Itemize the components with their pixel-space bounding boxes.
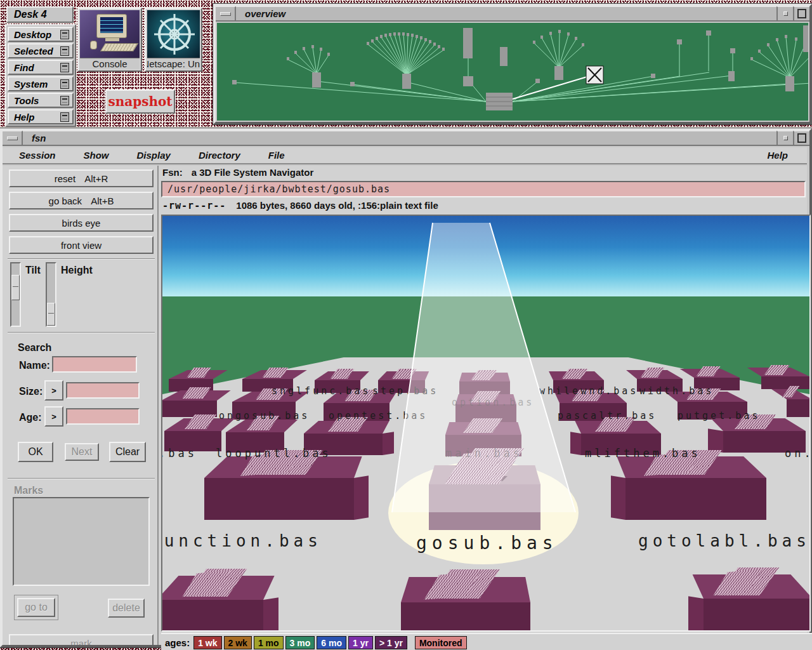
ok-button[interactable]: OK: [18, 442, 53, 462]
tilt-slider[interactable]: [10, 262, 21, 327]
file-label: .bas: [161, 447, 197, 460]
height-slider-thumb[interactable]: [47, 303, 55, 326]
maximize-button[interactable]: [793, 6, 809, 20]
main-area: Fsn:a 3D File System Navigator /usr/peop…: [159, 166, 807, 645]
toolchest-menu: DesktopSelectedFindSystemToolsHelp: [5, 24, 76, 127]
overview-graph[interactable]: [217, 23, 808, 121]
menu-display[interactable]: Display: [134, 150, 173, 161]
window-menu-button[interactable]: [3, 131, 23, 145]
minimize-button[interactable]: [776, 6, 793, 20]
mark-button[interactable]: mark: [9, 634, 154, 645]
3d-viewport[interactable]: snglfunc.basstep.baswhilewnd.baswidth.ba…: [161, 215, 811, 632]
go-back-button[interactable]: go backAlt+B: [9, 192, 154, 209]
search-age-label: Age:: [19, 412, 42, 423]
toolchest-item-desktop[interactable]: Desktop: [8, 27, 74, 42]
search-title: Search: [18, 342, 51, 354]
minimize-button[interactable]: [776, 131, 793, 145]
search-size-label: Size:: [19, 386, 43, 397]
file-label: width.bas: [639, 385, 714, 397]
toolchest-item-find[interactable]: Find: [8, 60, 74, 75]
monitored-swatch: Monitored: [415, 636, 467, 649]
ages-label: ages:: [165, 637, 190, 648]
delete-button[interactable]: delete: [108, 599, 145, 618]
minimize-icon: [783, 136, 788, 140]
snapshot-button[interactable]: snapshot: [105, 90, 175, 114]
netscape-icon-label: Netscape: Unti: [147, 58, 200, 69]
clear-button[interactable]: Clear: [109, 442, 146, 462]
drawer-icon: [60, 63, 69, 72]
age-operator-button[interactable]: >: [44, 406, 63, 427]
drawer-icon: [60, 46, 69, 56]
file-label: mlifthem.bas: [585, 447, 701, 460]
toolchest-item-help[interactable]: Help: [8, 109, 74, 124]
maximize-button[interactable]: [793, 131, 809, 145]
file-label: loopuntl.bas: [216, 447, 332, 460]
file-label: pascaltr.bas: [558, 410, 657, 421]
toolchest-item-system[interactable]: System: [8, 76, 74, 91]
monitor-icon: [96, 14, 127, 38]
maximize-icon: [797, 9, 806, 18]
search-name-label: Name:: [19, 360, 50, 371]
minimize-icon: [783, 11, 788, 16]
window-menu-icon: [7, 136, 18, 140]
age-swatch: 1 mo: [254, 636, 284, 649]
file-label: gosub.bas: [416, 533, 558, 554]
netscape-window-icon[interactable]: Netscape: Unti: [145, 8, 202, 72]
toolchest-item-label: Find: [14, 62, 34, 73]
toolchest-item-label: Desktop: [14, 29, 51, 40]
front-view-button[interactable]: front view: [9, 236, 154, 254]
toolchest-title[interactable]: Desk 4: [6, 6, 74, 23]
search-name-input[interactable]: [52, 356, 137, 373]
size-operator-button[interactable]: >: [44, 380, 63, 401]
file-permissions: -rw-r--r--: [162, 200, 226, 211]
mouse-icon: [90, 41, 97, 50]
desktop-background: Desk 4 DesktopSelectedFindSystemToolsHel…: [0, 0, 812, 650]
drawer-icon: [60, 96, 69, 105]
menu-file[interactable]: File: [266, 150, 287, 161]
file-details: 1086 bytes, 8660 days old, :156:plain te…: [236, 200, 438, 211]
fsn-titlebar[interactable]: fsn: [3, 131, 809, 146]
control-panel: resetAlt+R go backAlt+B birds eye front …: [5, 166, 159, 645]
current-path: /usr/people/jirka/bwbtest/gosub.bas: [167, 183, 390, 195]
app-header: Fsn:a 3D File System Navigator: [162, 167, 313, 178]
marks-title: Marks: [14, 485, 43, 496]
fsn-window-title: fsn: [32, 133, 46, 143]
menu-help[interactable]: Help: [764, 150, 790, 161]
file-label: opentest.bas: [329, 410, 428, 421]
reset-button[interactable]: resetAlt+R: [9, 169, 154, 187]
path-field[interactable]: /usr/people/jirka/bwbtest/gosub.bas: [161, 181, 806, 197]
toolchest-title-label: Desk 4: [14, 9, 47, 20]
file-info-line: -rw-r--r--1086 bytes, 8660 days old, :15…: [162, 200, 438, 211]
birds-eye-button[interactable]: birds eye: [9, 214, 154, 232]
age-swatch: 1 wk: [193, 636, 221, 649]
toolchest-item-tools[interactable]: Tools: [8, 93, 74, 108]
toolchest-item-label: System: [14, 79, 48, 90]
menu-directory[interactable]: Directory: [196, 150, 243, 161]
maximize-icon: [797, 133, 806, 143]
tilt-slider-thumb[interactable]: [11, 275, 20, 300]
console-icon: [80, 10, 140, 58]
height-slider[interactable]: [46, 262, 56, 327]
next-button[interactable]: Next: [65, 443, 99, 461]
age-swatch: 1 yr: [348, 636, 373, 649]
menu-session[interactable]: Session: [16, 150, 58, 161]
overview-window: overview: [213, 4, 812, 124]
toolchest-item-label: Selected: [14, 46, 53, 56]
console-icon-label: Console: [80, 58, 140, 69]
menu-show[interactable]: Show: [81, 150, 112, 161]
go-to-button[interactable]: go to: [17, 598, 55, 617]
marks-list[interactable]: [13, 497, 150, 586]
fsn-window: fsn SessionShowDisplayDirectoryFile Help…: [0, 128, 812, 647]
search-age-input[interactable]: [66, 408, 140, 425]
age-swatch: > 1 yr: [375, 636, 407, 649]
menubar: SessionShowDisplayDirectoryFile Help: [3, 147, 807, 164]
console-window-icon[interactable]: Console: [77, 8, 142, 72]
file-label: putget.bas: [678, 410, 760, 421]
search-size-input[interactable]: [66, 382, 140, 399]
file-label: gotolabl.bas: [638, 531, 811, 550]
drawer-icon: [60, 112, 69, 122]
window-menu-button[interactable]: [216, 6, 236, 20]
toolchest-item-selected[interactable]: Selected: [8, 43, 74, 58]
overview-window-title: overview: [245, 8, 285, 19]
overview-titlebar[interactable]: overview: [216, 6, 809, 22]
